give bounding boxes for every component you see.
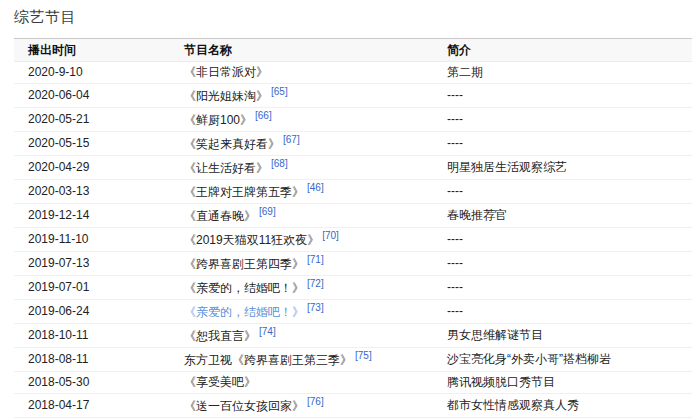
reference-link[interactable]: [65] bbox=[271, 86, 288, 97]
cell-description: 明星独居生活观察综艺 bbox=[433, 156, 692, 180]
cell-program-name: 《直通春晚》[69] bbox=[170, 204, 433, 228]
cell-air-date: 2020-06-04 bbox=[14, 84, 170, 108]
cell-air-date: 2020-05-21 bbox=[14, 108, 170, 132]
program-title: 《享受美吧》 bbox=[184, 375, 256, 389]
program-title: 《恕我直言》 bbox=[184, 329, 256, 343]
table-row: 2018-10-11《恕我直言》[74]男女思维解谜节目 bbox=[14, 324, 692, 348]
cell-program-name: 《享受美吧》 bbox=[170, 372, 433, 394]
cell-program-name: 东方卫视《跨界喜剧王第三季》[75] bbox=[170, 348, 433, 372]
cell-air-date: 2018-05-30 bbox=[14, 372, 170, 394]
cell-program-name: 《送一百位女孩回家》[76] bbox=[170, 394, 433, 418]
cell-description: 都市女性情感观察真人秀 bbox=[433, 394, 692, 418]
cell-program-name: 《鲜厨100》[66] bbox=[170, 108, 433, 132]
cell-description: ---- bbox=[433, 132, 692, 156]
reference-link[interactable]: [68] bbox=[271, 158, 288, 169]
cell-air-date: 2019-07-01 bbox=[14, 276, 170, 300]
column-header-air-date: 播出时间 bbox=[14, 39, 170, 62]
cell-program-name: 《让生活好看》[68] bbox=[170, 156, 433, 180]
cell-description: ---- bbox=[433, 300, 692, 324]
table-row: 2018-04-17《送一百位女孩回家》[76]都市女性情感观察真人秀 bbox=[14, 394, 692, 418]
reference-link[interactable]: [73] bbox=[307, 302, 324, 313]
table-row: 2019-07-01《亲爱的，结婚吧！》[72]---- bbox=[14, 276, 692, 300]
cell-air-date: 2018-04-17 bbox=[14, 394, 170, 418]
cell-program-name: 《恕我直言》[74] bbox=[170, 324, 433, 348]
column-header-description: 简介 bbox=[433, 39, 692, 62]
reference-link[interactable]: [76] bbox=[307, 396, 324, 407]
cell-air-date: 2018-08-11 bbox=[14, 348, 170, 372]
cell-air-date: 2020-9-10 bbox=[14, 62, 170, 84]
cell-description: ---- bbox=[433, 108, 692, 132]
program-title: 东方卫视《跨界喜剧王第三季》 bbox=[184, 353, 352, 367]
cell-program-name: 《亲爱的，结婚吧！》[73] bbox=[170, 300, 433, 324]
cell-program-name: 《王牌对王牌第五季》[46] bbox=[170, 180, 433, 204]
cell-air-date: 2019-07-13 bbox=[14, 252, 170, 276]
cell-description: 第二期 bbox=[433, 62, 692, 84]
section-title: 综艺节目 bbox=[14, 8, 692, 27]
cell-description: 春晚推荐官 bbox=[433, 204, 692, 228]
cell-program-name: 《非日常派对》 bbox=[170, 62, 433, 84]
table-row: 2019-07-13《跨界喜剧王第四季》[71]---- bbox=[14, 252, 692, 276]
cell-description: 沙宝亮化身“外卖小哥”搭档柳岩 bbox=[433, 348, 692, 372]
cell-program-name: 《亲爱的，结婚吧！》[72] bbox=[170, 276, 433, 300]
program-title: 《亲爱的，结婚吧！》 bbox=[184, 281, 304, 295]
reference-link[interactable]: [71] bbox=[307, 254, 324, 265]
reference-link[interactable]: [69] bbox=[259, 206, 276, 217]
cell-program-name: 《跨界喜剧王第四季》[71] bbox=[170, 252, 433, 276]
column-header-program-name: 节目名称 bbox=[170, 39, 433, 62]
reference-link[interactable]: [46] bbox=[307, 182, 324, 193]
program-title: 《2019天猫双11狂欢夜》 bbox=[184, 233, 319, 247]
program-title: 《直通春晚》 bbox=[184, 209, 256, 223]
table-row: 2020-05-15《笑起来真好看》[67]---- bbox=[14, 132, 692, 156]
cell-description: ---- bbox=[433, 252, 692, 276]
reference-link[interactable]: [70] bbox=[322, 230, 339, 241]
program-title: 《王牌对王牌第五季》 bbox=[184, 185, 304, 199]
cell-description: ---- bbox=[433, 84, 692, 108]
content-area: 综艺节目 播出时间 节目名称 简介 2020-9-10《非日常派对》第二期202… bbox=[0, 0, 692, 418]
table-header: 播出时间 节目名称 简介 bbox=[14, 39, 692, 62]
program-title: 《鲜厨100》 bbox=[184, 113, 252, 127]
cell-air-date: 2018-10-11 bbox=[14, 324, 170, 348]
reference-link[interactable]: [66] bbox=[255, 110, 272, 121]
table-row: 2020-06-04《阳光姐妹淘》[65]---- bbox=[14, 84, 692, 108]
cell-air-date: 2019-11-10 bbox=[14, 228, 170, 252]
reference-link[interactable]: [67] bbox=[283, 134, 300, 145]
cell-program-name: 《2019天猫双11狂欢夜》[70] bbox=[170, 228, 433, 252]
table-row: 2018-05-30《享受美吧》腾讯视频脱口秀节目 bbox=[14, 372, 692, 394]
program-title: 《让生活好看》 bbox=[184, 161, 268, 175]
cell-program-name: 《笑起来真好看》[67] bbox=[170, 132, 433, 156]
cell-description: ---- bbox=[433, 180, 692, 204]
reference-link[interactable]: [75] bbox=[355, 350, 372, 361]
table-header-row: 播出时间 节目名称 简介 bbox=[14, 39, 692, 62]
cell-description: ---- bbox=[433, 276, 692, 300]
cell-air-date: 2020-05-15 bbox=[14, 132, 170, 156]
program-title: 《非日常派对》 bbox=[184, 65, 268, 79]
cell-air-date: 2019-12-14 bbox=[14, 204, 170, 228]
table-row: 2020-04-29《让生活好看》[68]明星独居生活观察综艺 bbox=[14, 156, 692, 180]
cell-description: 男女思维解谜节目 bbox=[433, 324, 692, 348]
program-title: 《送一百位女孩回家》 bbox=[184, 399, 304, 413]
cell-air-date: 2019-06-24 bbox=[14, 300, 170, 324]
cell-air-date: 2020-03-13 bbox=[14, 180, 170, 204]
variety-shows-table: 播出时间 节目名称 简介 2020-9-10《非日常派对》第二期2020-06-… bbox=[14, 38, 692, 418]
reference-link[interactable]: [74] bbox=[259, 326, 276, 337]
cell-description: ---- bbox=[433, 228, 692, 252]
table-row: 2020-03-13《王牌对王牌第五季》[46]---- bbox=[14, 180, 692, 204]
table-row: 2019-06-24《亲爱的，结婚吧！》[73]---- bbox=[14, 300, 692, 324]
table-row: 2020-9-10《非日常派对》第二期 bbox=[14, 62, 692, 84]
program-title: 《笑起来真好看》 bbox=[184, 137, 280, 151]
cell-program-name: 《阳光姐妹淘》[65] bbox=[170, 84, 433, 108]
program-title: 《跨界喜剧王第四季》 bbox=[184, 257, 304, 271]
table-row: 2019-12-14《直通春晚》[69]春晚推荐官 bbox=[14, 204, 692, 228]
cell-air-date: 2020-04-29 bbox=[14, 156, 170, 180]
table-row: 2019-11-10《2019天猫双11狂欢夜》[70]---- bbox=[14, 228, 692, 252]
table-row: 2020-05-21《鲜厨100》[66]---- bbox=[14, 108, 692, 132]
reference-link[interactable]: [72] bbox=[307, 278, 324, 289]
program-title: 《阳光姐妹淘》 bbox=[184, 89, 268, 103]
table-body: 2020-9-10《非日常派对》第二期2020-06-04《阳光姐妹淘》[65]… bbox=[14, 62, 692, 418]
program-title-link[interactable]: 《亲爱的，结婚吧！》 bbox=[184, 305, 304, 319]
cell-description: 腾讯视频脱口秀节目 bbox=[433, 372, 692, 394]
table-row: 2018-08-11东方卫视《跨界喜剧王第三季》[75]沙宝亮化身“外卖小哥”搭… bbox=[14, 348, 692, 372]
